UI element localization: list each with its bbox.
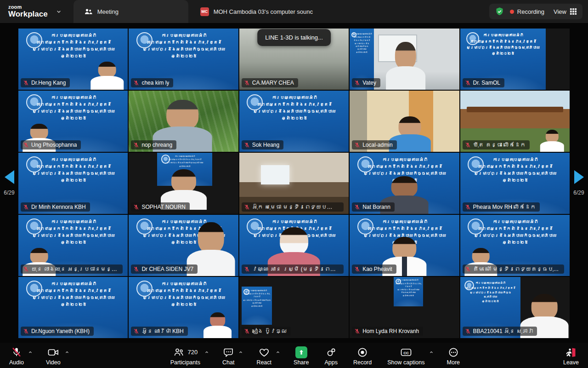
slide-line: ការបណ្តុះបណ្តាលអំពី: [24, 95, 124, 101]
participant-tile[interactable]: ការបណ្តុះបណ្តាលអំពីភាពជាអ្នកដឹកនាំ និងនវ…: [239, 91, 349, 152]
participant-tile[interactable]: ការបណ្តុះបណ្តាលអំពីភាពជាអ្នកដឹកនាំ និងនវ…: [129, 29, 238, 90]
apps-icon: [326, 347, 337, 358]
participant-name-tag: Local-admin: [352, 140, 396, 150]
audio-button[interactable]: Audio: [6, 345, 27, 367]
tab-moh-computer-sound[interactable]: MC MOH Cambodia 03's computer sounc: [188, 0, 489, 23]
muted-mic-icon: [23, 328, 29, 334]
participant-tile[interactable]: ការបណ្តុះបណ្តាលអំពីភាពជាអ្នកដឹកនាំ និងនវ…: [460, 153, 570, 214]
react-options-chevron[interactable]: [275, 349, 281, 357]
video-camera-icon: [47, 347, 59, 358]
slide-text: ការបណ្តុះបណ្តាលអំពីភាពជាអ្នកដឹកនាំ និងនវ…: [463, 281, 518, 304]
slide-line: ភាពជាអ្នកដឹកនាំ និងនវានុវត្តន៍: [134, 40, 234, 46]
audio-options-chevron[interactable]: [28, 349, 33, 357]
participant-name: Hom Lyda RH Krovanh: [362, 328, 419, 334]
slide-line: ការបណ្តុះបណ្តាលអំពី: [134, 33, 234, 39]
slide-line: ភាពជាអ្នកដឹកនាំ និងនវានុវត្តន៍: [395, 282, 422, 288]
prev-page-button[interactable]: 6/29: [0, 170, 18, 196]
participant-name-tag: Hom Lyda RH Krovanh: [352, 327, 423, 336]
participant-tile[interactable]: Local-admin: [350, 91, 459, 152]
participant-tile[interactable]: ការបណ្តុះបណ្តាលអំពីភាពជាអ្នកដឹកនាំ និងនវ…: [18, 277, 128, 338]
participant-tile[interactable]: អ៊ុក សុមេធា មន្ទីរពេទ្យបង្អែកខេត្តឧត្ត..…: [239, 153, 349, 214]
participant-tile[interactable]: ការបណ្តុះបណ្តាលអំពីភាពជាអ្នកដឹកនាំ និងនវ…: [129, 215, 238, 276]
participant-tile[interactable]: nop chreang: [129, 91, 238, 152]
muted-audio-icon: [11, 347, 22, 358]
participant-tile[interactable]: ការបណ្តុះបណ្តាលអំពីភាពជាអ្នកដឹកនាំ និងនវ…: [350, 153, 459, 214]
participant-name-tag: Dr Minh Kennora KBH: [21, 202, 90, 212]
apps-button[interactable]: Apps: [322, 345, 340, 367]
participant-tile[interactable]: ឃុីត គន្ធា លើកដែក: [460, 91, 570, 152]
next-page-button[interactable]: 6/29: [570, 170, 588, 196]
participant-tile[interactable]: ការបណ្តុះបណ្តាលអំពីភាពជាអ្នកដឹកនាំ និងនវ…: [239, 215, 349, 276]
participant-name-tag: យុន លាងឈុន អនុប្រធានមន្ទីរពេទ្យជ័...: [21, 264, 123, 274]
muted-mic-icon: [133, 204, 139, 210]
more-button[interactable]: More: [444, 345, 463, 367]
tab-meeting[interactable]: Meeting: [74, 0, 188, 23]
video-options-chevron[interactable]: [64, 349, 70, 357]
slide-text: ការបណ្តុះបណ្តាលអំពីភាពជាអ្នកដឹកនាំ និងនវ…: [160, 155, 209, 168]
participant-name: គឹម ម៉ៅ មន្ទីរពេទ្យគន្ធបុប្ផា: [473, 266, 560, 272]
record-button[interactable]: Record: [351, 345, 374, 367]
participant-tile[interactable]: ការបណ្តុះបណ្តាលអំពីភាពជាអ្នកដឹកនាំ និងនវ…: [460, 29, 570, 90]
muted-mic-icon: [244, 142, 250, 148]
participant-tile[interactable]: ការបណ្តុះបណ្តាលអំពីភាពជាអ្នកដឹកនាំ និងនវ…: [18, 91, 128, 152]
meeting-people-icon: [84, 7, 93, 16]
slide-line: ភាពជាអ្នកដឹកនាំ និងនវានុវត្តន៍: [160, 158, 209, 161]
video-button[interactable]: Video: [43, 345, 63, 367]
slide-line: ការបណ្តុះបណ្តាលអំពី: [160, 155, 209, 158]
muted-mic-icon: [23, 266, 29, 272]
presentation-slide: ការបណ្តុះបណ្តាលអំពីភាពជាអ្នកដឹកនាំ និងនវ…: [394, 277, 423, 306]
participant-name-tag: ឃុីត គន្ធា លើកដែក: [463, 140, 530, 150]
slide-line: ឆ្នាំ ២០២៥: [134, 53, 234, 60]
muted-mic-icon: [465, 204, 471, 210]
participant-tile[interactable]: ការបណ្តុះបណ្តាលអំពីភាពជាអ្នកដឹកនាំ និងនវ…: [350, 277, 459, 338]
captions-options-chevron[interactable]: [429, 349, 434, 357]
view-button[interactable]: View: [554, 8, 577, 15]
muted-mic-icon: [354, 328, 360, 334]
participants-options-chevron[interactable]: [204, 349, 209, 357]
participants-button[interactable]: 720 Participants: [168, 345, 203, 367]
leave-label: Leave: [563, 359, 579, 366]
participant-tile[interactable]: ការបណ្តុះបណ្តាលអំពីភាពជាអ្នកដឹកនាំ និងនវ…: [18, 29, 128, 90]
workspace-chevron-down-icon[interactable]: [55, 8, 62, 15]
security-shield-icon[interactable]: [495, 6, 504, 17]
participant-name: Vatey: [362, 80, 376, 86]
participants-label: Participants: [170, 359, 200, 366]
meeting-toolbar: Audio Video: [0, 343, 588, 368]
participant-tile[interactable]: ការបណ្តុះបណ្តាលអំពីភាពជាអ្នកដឹកនាំ និងនវ…: [350, 29, 459, 90]
participant-tile[interactable]: ការបណ្តុះបណ្តាលអំពីភាពជាអ្នកដឹកនាំ និងនវ…: [18, 215, 128, 276]
participant-tile[interactable]: ការបណ្តុះបណ្តាលអំពីភាពជាអ្នកដឹកនាំ និងនវ…: [460, 277, 570, 338]
slide-line: សម្រាប់ពង្រឹងអភិបាលកិច្ចសុខាភិបាល: [395, 288, 422, 294]
slide-line: ការបណ្តុះបណ្តាលអំពី: [466, 157, 565, 163]
participant-tile[interactable]: ការបណ្តុះបណ្តាលអំពីភាពជាអ្នកដឹកនាំ និងនវ…: [239, 277, 349, 338]
participant-video: [386, 42, 425, 90]
meeting-info-pill: Recording View: [489, 4, 582, 19]
share-button[interactable]: Share: [291, 345, 311, 367]
chat-button[interactable]: Chat: [220, 345, 237, 367]
slide-line: សម្រាប់ពង្រឹងអភិបាលកិច្ចសុខាភិបាល: [351, 42, 373, 51]
participant-tile[interactable]: ការបណ្តុះបណ្តាលអំពីភាពជាអ្នកដឹកនាំ និងនវ…: [18, 153, 128, 214]
slide-text: ការបណ្តុះបណ្តាលអំពីភាពជាអ្នកដឹកនាំ និងនវ…: [134, 33, 234, 60]
participant-tile[interactable]: LINE 1-3D is talking... CA.MARY CHEA: [239, 29, 349, 90]
video-grid: ការបណ្តុះបណ្តាលអំពីភាពជាអ្នកដឹកនាំ និងនវ…: [18, 29, 570, 338]
slide-line: ឆ្នាំ ២០២៥: [24, 178, 124, 184]
participant-tile[interactable]: ការបណ្តុះបណ្តាលអំពីភាពជាអ្នកដឹកនាំ និងនវ…: [129, 277, 238, 338]
leave-button[interactable]: Leave: [560, 345, 582, 367]
participant-tile[interactable]: ការបណ្តុះបណ្តាលអំពីភាពជាអ្នកដឹកនាំ និងនវ…: [129, 153, 238, 214]
participant-name-tag: Sok Heang: [242, 140, 283, 150]
participant-tile[interactable]: ការបណ្តុះបណ្តាលអំពីភាពជាអ្នកដឹកនាំ និងនវ…: [350, 215, 459, 276]
chat-options-chevron[interactable]: [238, 349, 243, 357]
participant-tile[interactable]: ការបណ្តុះបណ្តាលអំពីភាពជាអ្នកដឹកនាំ និងនវ…: [460, 215, 570, 276]
participant-name-tag: អ៊ូន ណារីម៉ា KBH: [131, 327, 187, 336]
talking-toast: LINE 1-3D is talking...: [257, 29, 331, 46]
slide-line: ភាពជាអ្នកដឹកនាំ និងនវានុវត្តន៍: [24, 102, 124, 108]
slide-line: ឆ្នាំ ២០២៥: [463, 299, 518, 304]
react-button[interactable]: React: [254, 345, 274, 367]
apps-label: Apps: [324, 359, 338, 366]
slide-line: ការបណ្តុះបណ្តាលអំពី: [245, 219, 345, 225]
participant-name-tag: Nat Borann: [352, 202, 395, 212]
participant-name: ឃុីត គន្ធា លើកដែក: [473, 142, 526, 148]
captions-button[interactable]: CC Show captions: [384, 345, 427, 367]
participant-name-tag: CA.MARY CHEA: [242, 78, 298, 87]
slide-line: ការបណ្តុះបណ្តាលអំពី: [464, 33, 542, 38]
slide-line: ឆ្នាំ ២០២៥: [134, 302, 234, 308]
